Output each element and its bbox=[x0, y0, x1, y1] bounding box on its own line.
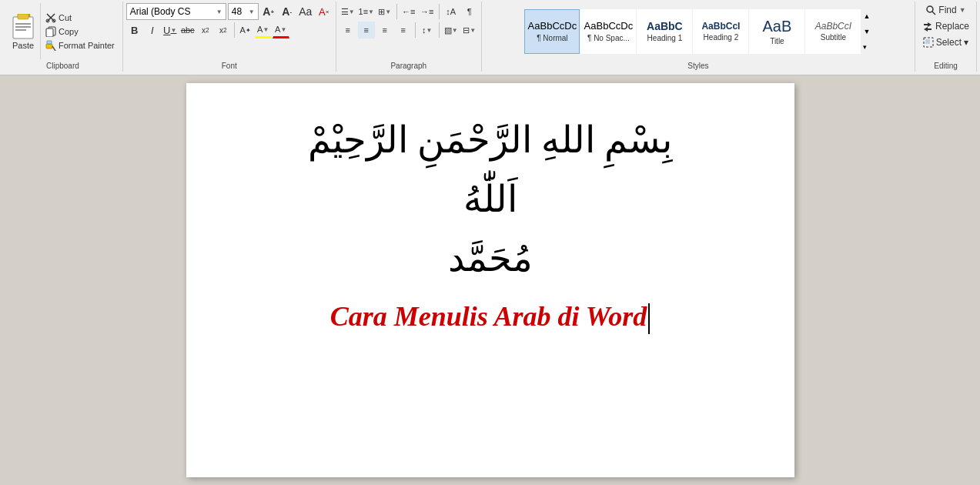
style-heading2[interactable]: AaBbCcI Heading 2 bbox=[693, 9, 748, 54]
bullets-button[interactable]: ☰▼ bbox=[339, 3, 356, 20]
muhammad-text: مُحَمَّد bbox=[448, 232, 533, 284]
style-subtitle[interactable]: AaBbCcI Subtitle bbox=[805, 9, 861, 54]
divider bbox=[234, 22, 235, 38]
page: بِسْمِ اللهِ الرَّحْمَنِ الرَّحِيْمْ اَل… bbox=[186, 83, 794, 477]
svg-rect-3 bbox=[15, 23, 31, 25]
shading-button[interactable]: ▧▼ bbox=[443, 22, 460, 38]
cut-label: Cut bbox=[59, 13, 72, 22]
underline-button[interactable]: U▼ bbox=[162, 22, 179, 38]
style-no-spacing-preview: AaBbCcDc bbox=[584, 20, 634, 32]
paragraph-group: ☰▼ 1≡▼ ⊞▼ ←≡ →≡ ↕A ¶ ≡ ≡ ≡ ≡ ↕▼ bbox=[336, 2, 482, 72]
style-title-label: Title bbox=[770, 37, 784, 45]
align-right-button[interactable]: ≡ bbox=[376, 22, 393, 38]
para-row2: ≡ ≡ ≡ ≡ ↕▼ ▧▼ ⊟▼ bbox=[339, 22, 478, 38]
style-title-preview: AaB bbox=[763, 17, 792, 35]
text-cursor bbox=[648, 303, 650, 334]
style-normal-preview: AaBbCcDc bbox=[528, 20, 577, 32]
svg-rect-14 bbox=[47, 41, 52, 44]
font-name-arrow: ▼ bbox=[216, 8, 222, 15]
align-left-button[interactable]: ≡ bbox=[339, 22, 356, 38]
paragraph-group-label: Paragraph bbox=[390, 62, 426, 70]
svg-rect-5 bbox=[15, 29, 26, 31]
styles-scrollbar[interactable]: ▲ ▼ ▾ bbox=[861, 9, 871, 54]
strikethrough-button[interactable]: abc bbox=[179, 22, 196, 38]
align-center-button[interactable]: ≡ bbox=[358, 22, 375, 38]
copy-label: Copy bbox=[59, 27, 79, 36]
copy-button[interactable]: Copy bbox=[44, 25, 116, 38]
justify-button[interactable]: ≡ bbox=[395, 22, 412, 38]
svg-rect-18 bbox=[925, 39, 930, 44]
show-hide-button[interactable]: ¶ bbox=[461, 3, 478, 20]
divider5 bbox=[439, 22, 440, 38]
svg-rect-4 bbox=[15, 26, 31, 28]
cut-button[interactable]: Cut bbox=[44, 12, 116, 24]
italic-button[interactable]: I bbox=[144, 22, 161, 38]
font-shrink-button[interactable]: A- bbox=[279, 3, 296, 20]
font-size-arrow: ▼ bbox=[249, 8, 255, 15]
styles-group-label: Styles bbox=[687, 62, 708, 70]
superscript-button[interactable]: x2 bbox=[215, 22, 232, 38]
multilevel-list-button[interactable]: ⊞▼ bbox=[376, 3, 393, 20]
text-effects-button[interactable]: A✦ bbox=[237, 22, 254, 38]
font-format-row: B I U▼ abc x2 x2 A✦ A▼ A▼ bbox=[126, 22, 289, 38]
style-heading2-preview: AaBbCcI bbox=[701, 21, 740, 32]
decrease-indent-button[interactable]: ←≡ bbox=[400, 3, 417, 20]
para-row1: ☰▼ 1≡▼ ⊞▼ ←≡ →≡ ↕A ¶ bbox=[339, 3, 478, 20]
document-area: بِسْمِ اللهِ الرَّحْمَنِ الرَّحِيْمْ اَل… bbox=[0, 75, 980, 485]
select-button[interactable]: Select ▾ bbox=[920, 35, 972, 49]
font-color-button[interactable]: A▼ bbox=[273, 22, 289, 38]
svg-rect-11 bbox=[46, 28, 53, 37]
divider4 bbox=[415, 22, 416, 38]
basmala-text: بِسْمِ اللهِ الرَّحْمَنِ الرَّحِيْمْ bbox=[308, 114, 672, 166]
styles-group: AaBbCcDc ¶ Normal AaBbCcDc ¶ No Spac... … bbox=[482, 2, 915, 72]
clipboard-group: Paste Cut Copy Format Painter bbox=[3, 2, 123, 72]
font-grow-button[interactable]: A+ bbox=[260, 3, 277, 20]
borders-button[interactable]: ⊟▼ bbox=[461, 22, 478, 38]
font-group: Arial (Body CS ▼ 48 ▼ A+ A- Aa A× B I U▼ bbox=[123, 2, 336, 72]
paste-label: Paste bbox=[12, 41, 34, 50]
svg-point-15 bbox=[927, 6, 933, 12]
paste-icon bbox=[11, 13, 35, 41]
format-painter-label: Format Painter bbox=[59, 41, 115, 50]
change-case-button[interactable]: Aa bbox=[297, 3, 314, 20]
clipboard-group-label: Clipboard bbox=[46, 62, 79, 70]
style-normal-label: ¶ Normal bbox=[537, 34, 567, 42]
clipboard-sub: Cut Copy Format Painter bbox=[41, 3, 119, 59]
style-normal[interactable]: AaBbCcDc ¶ Normal bbox=[524, 9, 580, 54]
replace-button[interactable]: Replace bbox=[919, 19, 972, 33]
style-no-spacing-label: ¶ No Spac... bbox=[587, 34, 630, 42]
font-name-row: Arial (Body CS ▼ 48 ▼ A+ A- Aa A× bbox=[126, 3, 333, 20]
style-subtitle-preview: AaBbCcI bbox=[815, 21, 851, 32]
style-subtitle-label: Subtitle bbox=[821, 33, 846, 42]
paste-button[interactable]: Paste bbox=[6, 3, 41, 59]
style-heading2-label: Heading 2 bbox=[704, 33, 739, 42]
ribbon: Paste Cut Copy Format Painter bbox=[0, 0, 980, 75]
sort-button[interactable]: ↕A bbox=[443, 3, 460, 20]
svg-line-13 bbox=[52, 46, 55, 51]
font-group-label: Font bbox=[222, 62, 237, 70]
clear-format-button[interactable]: A× bbox=[316, 3, 333, 20]
format-painter-button[interactable]: Format Painter bbox=[44, 39, 116, 52]
highlight-color-button[interactable]: A▼ bbox=[255, 22, 272, 38]
subscript-button[interactable]: x2 bbox=[197, 22, 214, 38]
svg-line-16 bbox=[932, 12, 935, 15]
style-no-spacing[interactable]: AaBbCcDc ¶ No Spac... bbox=[580, 9, 636, 54]
numbering-button[interactable]: 1≡▼ bbox=[358, 3, 375, 20]
svg-rect-2 bbox=[18, 14, 28, 19]
bold-button[interactable]: B bbox=[126, 22, 143, 38]
svg-rect-12 bbox=[46, 44, 52, 48]
font-size-dropdown[interactable]: 48 ▼ bbox=[228, 3, 259, 20]
editing-group: Find ▼ Replace Select ▾ Editing bbox=[915, 2, 977, 72]
allah-text: اَللّٰهُ bbox=[463, 173, 517, 225]
divider2 bbox=[396, 4, 397, 19]
style-title[interactable]: AaB Title bbox=[749, 9, 804, 54]
editing-group-label: Editing bbox=[934, 62, 958, 70]
increase-indent-button[interactable]: →≡ bbox=[419, 3, 436, 20]
line-spacing-button[interactable]: ↕▼ bbox=[419, 22, 436, 38]
divider3 bbox=[439, 4, 440, 19]
latin-text[interactable]: Cara Menulis Arab di Word bbox=[330, 300, 650, 335]
style-heading1[interactable]: AaBbC Heading 1 bbox=[637, 9, 692, 54]
style-heading1-label: Heading 1 bbox=[647, 34, 683, 42]
font-name-dropdown[interactable]: Arial (Body CS ▼ bbox=[126, 3, 226, 20]
find-button[interactable]: Find ▼ bbox=[922, 3, 968, 17]
